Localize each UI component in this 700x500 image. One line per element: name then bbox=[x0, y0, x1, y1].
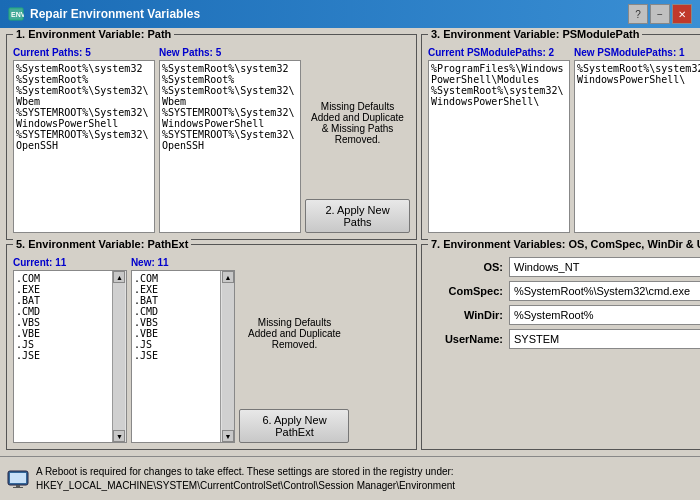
os-label: OS: bbox=[428, 261, 503, 273]
new-psmodule-col: New PSModulePaths: 1 bbox=[574, 47, 700, 233]
new-pathext-values: .COM.EXE.BAT.CMD.VBS.VBE.JS.JSE bbox=[132, 271, 235, 363]
section-path: 1. Environment Variable: Path Current Pa… bbox=[6, 34, 417, 240]
current-psmodule-label: Current PSModulePaths: 2 bbox=[428, 47, 570, 58]
status-bar: A Reboot is required for changes to take… bbox=[0, 456, 700, 500]
path-section-inner: Current Paths: 5 New Paths: 5 Missing De… bbox=[13, 47, 410, 233]
current-pathext-label: Current: 11 bbox=[13, 257, 127, 268]
new-paths-col: New Paths: 5 bbox=[159, 47, 301, 233]
section-pathext-title: 5. Environment Variable: PathExt bbox=[13, 238, 191, 250]
pathext-action-msg: Missing Defaults Added and Duplicate Rem… bbox=[239, 257, 349, 409]
svg-rect-3 bbox=[10, 473, 26, 483]
main-content: 1. Environment Variable: Path Current Pa… bbox=[0, 28, 700, 456]
current-psmodule-textarea[interactable] bbox=[428, 60, 570, 233]
current-pathext-col: Current: 11 .COM.EXE.BAT.CMD.VBS.VBE.JS.… bbox=[13, 257, 127, 443]
new-paths-label: New Paths: 5 bbox=[159, 47, 301, 58]
username-row: UserName: bbox=[428, 329, 700, 349]
path-action: Missing Defaults Added and Duplicate & M… bbox=[305, 47, 410, 233]
pathext-action: Missing Defaults Added and Duplicate Rem… bbox=[239, 257, 349, 443]
new-pathext-col: New: 11 .COM.EXE.BAT.CMD.VBS.VBE.JS.JSE … bbox=[131, 257, 236, 443]
new-scroll-down-arrow[interactable]: ▼ bbox=[222, 430, 234, 442]
app-icon: ENV bbox=[8, 6, 24, 22]
comspec-row: ComSpec: bbox=[428, 281, 700, 301]
pathext-scrollbar[interactable]: ▲ ▼ bbox=[112, 271, 126, 442]
close-button[interactable]: ✕ bbox=[672, 4, 692, 24]
section-path-title: 1. Environment Variable: Path bbox=[13, 28, 174, 40]
os-vars-btn-row: 7. Apply Variables bbox=[428, 421, 700, 443]
status-line1: A Reboot is required for changes to take… bbox=[36, 465, 455, 479]
windir-value[interactable] bbox=[509, 305, 700, 325]
apply-new-paths-btn[interactable]: 2. Apply New Paths bbox=[305, 199, 410, 233]
section-os-vars-title: 7. Environment Variables: OS, ComSpec, W… bbox=[428, 238, 700, 250]
scroll-thumb bbox=[113, 283, 125, 430]
new-scroll-thumb bbox=[222, 283, 234, 430]
psmodulepath-section-inner: Current PSModulePaths: 2 New PSModulePat… bbox=[428, 47, 700, 233]
current-pathext-values: .COM.EXE.BAT.CMD.VBS.VBE.JS.JSE bbox=[14, 271, 126, 363]
new-scroll-up-arrow[interactable]: ▲ bbox=[222, 271, 234, 283]
current-paths-textarea[interactable] bbox=[13, 60, 155, 233]
username-label: UserName: bbox=[428, 333, 503, 345]
status-text: A Reboot is required for changes to take… bbox=[36, 465, 455, 493]
os-vars-inner: OS: ComSpec: WinDir: UserName: 7. Apply … bbox=[428, 257, 700, 443]
section-psmodulepath: 3. Environment Variable: PSModulePath Cu… bbox=[421, 34, 700, 240]
windir-label: WinDir: bbox=[428, 309, 503, 321]
svg-rect-4 bbox=[16, 485, 20, 487]
os-value[interactable] bbox=[509, 257, 700, 277]
path-action-msg: Missing Defaults Added and Duplicate & M… bbox=[305, 47, 410, 199]
current-paths-label: Current Paths: 5 bbox=[13, 47, 155, 58]
new-pathext-list: .COM.EXE.BAT.CMD.VBS.VBE.JS.JSE ▲ ▼ bbox=[131, 270, 236, 443]
new-paths-textarea[interactable] bbox=[159, 60, 301, 233]
window-title: Repair Environment Variables bbox=[30, 7, 628, 21]
username-value[interactable] bbox=[509, 329, 700, 349]
status-line2: HKEY_LOCAL_MACHINE\SYSTEM\CurrentControl… bbox=[36, 479, 455, 493]
svg-text:ENV: ENV bbox=[11, 11, 24, 18]
new-pathext-scrollbar[interactable]: ▲ ▼ bbox=[220, 271, 234, 442]
comspec-label: ComSpec: bbox=[428, 285, 503, 297]
minimize-button[interactable]: − bbox=[650, 4, 670, 24]
help-button[interactable]: ? bbox=[628, 4, 648, 24]
pathext-inner: Current: 11 .COM.EXE.BAT.CMD.VBS.VBE.JS.… bbox=[13, 257, 410, 443]
current-pathext-list: .COM.EXE.BAT.CMD.VBS.VBE.JS.JSE ▲ ▼ bbox=[13, 270, 127, 443]
new-pathext-label: New: 11 bbox=[131, 257, 236, 268]
section-pathext: 5. Environment Variable: PathExt Current… bbox=[6, 244, 417, 450]
status-icon bbox=[6, 467, 30, 491]
new-psmodule-label: New PSModulePaths: 1 bbox=[574, 47, 700, 58]
new-psmodule-textarea[interactable] bbox=[574, 60, 700, 233]
title-bar: ENV Repair Environment Variables ? − ✕ bbox=[0, 0, 700, 28]
svg-rect-5 bbox=[13, 487, 23, 488]
windir-row: WinDir: bbox=[428, 305, 700, 325]
section-os-vars: 7. Environment Variables: OS, ComSpec, W… bbox=[421, 244, 700, 450]
section-psmodulepath-title: 3. Environment Variable: PSModulePath bbox=[428, 28, 642, 40]
scroll-up-arrow[interactable]: ▲ bbox=[113, 271, 125, 283]
apply-new-pathext-btn[interactable]: 6. Apply New PathExt bbox=[239, 409, 349, 443]
os-row: OS: bbox=[428, 257, 700, 277]
window-controls: ? − ✕ bbox=[628, 4, 692, 24]
current-psmodule-col: Current PSModulePaths: 2 bbox=[428, 47, 570, 233]
top-row: 1. Environment Variable: Path Current Pa… bbox=[6, 34, 700, 240]
current-paths-col: Current Paths: 5 bbox=[13, 47, 155, 233]
comspec-value[interactable] bbox=[509, 281, 700, 301]
scroll-down-arrow[interactable]: ▼ bbox=[113, 430, 125, 442]
bottom-row: 5. Environment Variable: PathExt Current… bbox=[6, 244, 700, 450]
